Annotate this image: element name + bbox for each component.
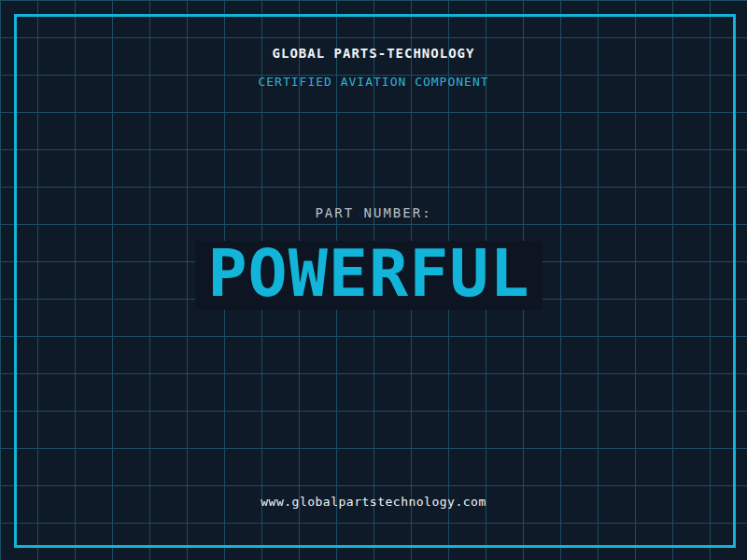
part-number-value: POWERFUL bbox=[207, 241, 529, 306]
part-number-label: PART NUMBER: bbox=[0, 205, 747, 220]
company-name: GLOBAL PARTS-TECHNOLOGY bbox=[0, 46, 747, 61]
certification-line: CERTIFIED AVIATION COMPONENT bbox=[0, 75, 747, 89]
blueprint-page: GLOBAL PARTS-TECHNOLOGY CERTIFIED AVIATI… bbox=[0, 0, 747, 560]
part-number-panel: POWERFUL bbox=[195, 241, 543, 310]
website-url: www.globalpartstechnology.com bbox=[0, 495, 747, 509]
